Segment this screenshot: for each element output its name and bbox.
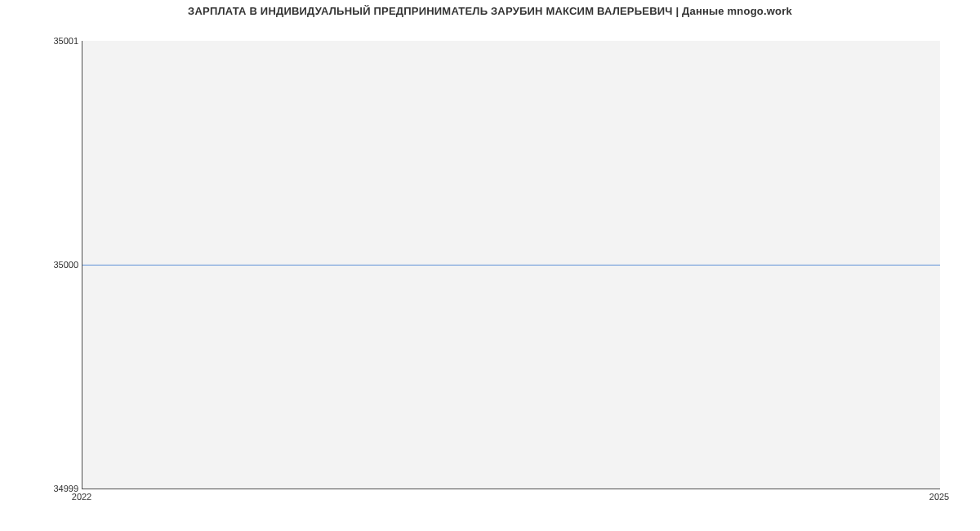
y-tick-label: 34999 bbox=[5, 484, 78, 493]
data-line-salary bbox=[82, 265, 940, 266]
chart-container: ЗАРПЛАТА В ИНДИВИДУАЛЬНЫЙ ПРЕДПРИНИМАТЕЛ… bbox=[0, 0, 980, 531]
plot-area bbox=[82, 41, 940, 489]
y-tick-label: 35000 bbox=[5, 260, 78, 270]
chart-title: ЗАРПЛАТА В ИНДИВИДУАЛЬНЫЙ ПРЕДПРИНИМАТЕЛ… bbox=[0, 5, 980, 17]
x-tick-label: 2025 bbox=[929, 492, 949, 502]
y-tick-label: 35001 bbox=[5, 36, 78, 46]
x-tick-label: 2022 bbox=[72, 492, 91, 502]
